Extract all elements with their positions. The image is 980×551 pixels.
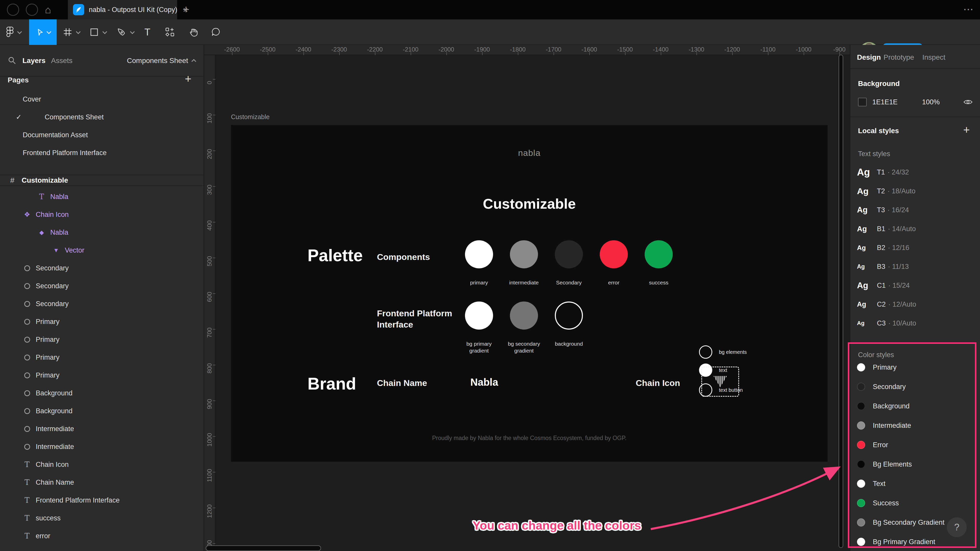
text-style-row[interactable]: Ag B2 · 12/16 [850, 238, 980, 257]
shape-tool-button[interactable] [90, 19, 106, 45]
frame-title[interactable]: Customizable [231, 195, 828, 212]
tab-design[interactable]: Design [857, 53, 881, 62]
background-color-swatch[interactable] [858, 98, 867, 106]
vertical-scrollbar[interactable] [838, 55, 843, 548]
chain-icon-placeholder[interactable] [701, 367, 739, 397]
small-swatch-item[interactable]: bg elements [699, 345, 747, 359]
color-swatch-item[interactable]: error [591, 240, 636, 286]
background-color-row[interactable]: 1E1E1E 100% [858, 97, 973, 107]
color-circle[interactable] [465, 302, 493, 330]
color-style-row[interactable]: Primary [850, 358, 980, 377]
more-menu-icon[interactable]: ⋯ [963, 0, 974, 19]
page-row[interactable]: ✓ Cover [0, 90, 204, 108]
color-circle[interactable] [555, 302, 583, 330]
color-style-row[interactable]: Success [850, 493, 980, 513]
color-circle[interactable] [600, 240, 628, 268]
window-control-icon[interactable] [7, 3, 19, 16]
page-row[interactable]: ✓ Frontend Platform Interface [0, 144, 204, 162]
background-hex-value[interactable]: 1E1E1E [872, 98, 897, 106]
text-style-row[interactable]: Ag B3 · 11/13 [850, 257, 980, 276]
pen-tool-button[interactable] [117, 19, 134, 45]
text-style-row[interactable]: Ag T3 · 16/24 [850, 200, 980, 219]
main-menu-button[interactable] [6, 19, 21, 45]
layer-row[interactable]: Secondary [0, 259, 204, 277]
color-swatch-item[interactable]: success [636, 240, 681, 286]
layer-row[interactable]: T Nabla [0, 188, 204, 206]
palette-components-label[interactable]: Components [377, 252, 430, 262]
text-style-row[interactable]: Ag T1 · 24/32 [850, 163, 980, 182]
horizontal-scrollbar[interactable] [206, 545, 321, 551]
color-circle[interactable] [465, 240, 493, 268]
layer-row[interactable]: Primary [0, 366, 204, 384]
add-style-button[interactable]: + [963, 124, 970, 136]
text-tool-button[interactable]: T [145, 19, 150, 45]
text-style-row[interactable]: Ag B1 · 14/Auto [850, 219, 980, 238]
layer-row[interactable]: T error [0, 527, 204, 545]
color-swatch-item[interactable]: bg secondary gradient [501, 302, 546, 354]
tab-assets[interactable]: Assets [51, 57, 73, 65]
hand-tool-button[interactable] [189, 19, 199, 45]
canvas[interactable]: -2600 -2500 -2400 -2300 -2200 -2100 -200… [204, 45, 850, 551]
file-tab[interactable]: nabla - Outpost UI Kit (Copy) × [68, 0, 177, 19]
layer-row[interactable]: T success [0, 509, 204, 527]
color-swatch-item[interactable]: primary [457, 240, 501, 286]
color-style-row[interactable]: Intermediate [850, 416, 980, 435]
color-swatch-item[interactable]: Secondary [546, 240, 591, 286]
layer-row[interactable]: T Frontend Platform Interface [0, 491, 204, 509]
layer-row[interactable]: Background [0, 402, 204, 420]
layer-row[interactable]: Secondary [0, 277, 204, 295]
new-tab-button[interactable]: + [179, 0, 193, 19]
frame-tool-button[interactable] [63, 19, 80, 45]
add-page-button[interactable]: + [185, 73, 191, 85]
brand-heading[interactable]: Brand [307, 374, 356, 393]
page-selector[interactable]: Components Sheet [127, 57, 196, 65]
fpi-heading[interactable]: Frontend Platform Interface [377, 308, 453, 330]
palette-heading[interactable]: Palette [307, 246, 363, 265]
tab-prototype[interactable]: Prototype [883, 53, 914, 62]
color-swatch-item[interactable]: background [546, 302, 591, 354]
layer-row[interactable]: Background [0, 384, 204, 402]
frame-footer-text[interactable]: Proudly made by Nabla for the whole Cosm… [231, 435, 828, 441]
layer-row[interactable]: T Chain Icon [0, 456, 204, 473]
color-style-row[interactable]: Background [850, 396, 980, 416]
help-button[interactable]: ? [947, 517, 967, 537]
section-row-customizable[interactable]: # Customizable [0, 175, 204, 186]
layer-row[interactable]: Intermediate [0, 438, 204, 456]
layer-row[interactable]: Primary [0, 348, 204, 366]
color-swatch-item[interactable]: intermediate [501, 240, 546, 286]
layer-row[interactable]: Intermediate [0, 420, 204, 438]
page-row[interactable]: ✓ Components Sheet [0, 108, 204, 126]
frame-name-label[interactable]: Customizable [231, 113, 269, 121]
window-control-icon[interactable] [26, 3, 38, 16]
layer-row[interactable]: ❖ Chain Icon [0, 206, 204, 224]
layer-row[interactable]: T Chain Name [0, 473, 204, 491]
color-circle[interactable] [645, 240, 673, 268]
page-row[interactable]: ✓ Documentation Asset [0, 126, 204, 144]
background-opacity-value[interactable]: 100% [922, 98, 940, 106]
color-circle[interactable] [555, 240, 583, 268]
annotation-text[interactable]: You can change all the colors [473, 518, 641, 532]
move-tool-button[interactable] [29, 19, 57, 45]
color-swatch-item[interactable]: bg primary gradient [457, 302, 501, 354]
chain-name-label[interactable]: Chain Name [377, 378, 427, 388]
layer-row[interactable]: ▼ Vector [0, 241, 204, 259]
tab-inspect[interactable]: Inspect [922, 53, 945, 62]
nabla-logo[interactable]: nabla [231, 148, 828, 158]
resources-tool-button[interactable] [165, 19, 175, 45]
layer-row[interactable]: Primary [0, 330, 204, 348]
chain-name-value[interactable]: Nabla [470, 376, 498, 388]
layer-row[interactable]: ◆ Nabla [0, 224, 204, 241]
design-frame[interactable]: nabla Customizable Palette Components pr… [231, 125, 828, 462]
home-icon[interactable]: ⌂ [45, 0, 51, 19]
color-style-row[interactable]: Error [850, 435, 980, 454]
text-style-row[interactable]: Ag C2 · 12/Auto [850, 295, 980, 314]
text-style-row[interactable]: Ag C3 · 10/Auto [850, 314, 980, 333]
color-style-row[interactable]: Text [850, 474, 980, 493]
color-circle[interactable] [510, 240, 538, 268]
tab-layers[interactable]: Layers [22, 57, 45, 65]
comment-tool-button[interactable] [211, 19, 221, 45]
color-circle[interactable] [699, 345, 712, 359]
text-style-row[interactable]: Ag T2 · 18/Auto [850, 182, 980, 200]
eye-icon[interactable] [963, 98, 973, 106]
search-icon[interactable] [8, 56, 16, 65]
